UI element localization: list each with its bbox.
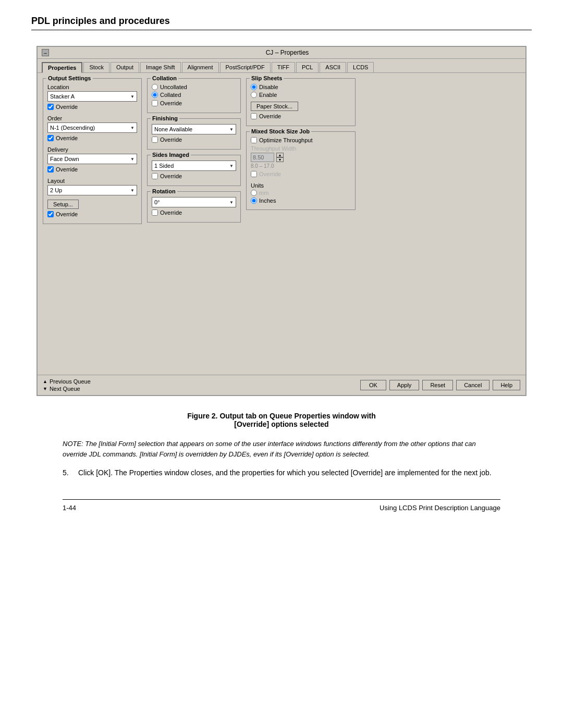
layout-label: Layout [47,178,137,184]
finishing-value: None Available [154,126,192,132]
rotation-group: Rotation 0° ▼ Override [147,191,241,223]
optimize-label: Optimize Throughput [259,137,313,143]
order-select[interactable]: N-1 (Descending) ▼ [47,122,137,133]
slip-sheets-override-checkbox[interactable] [251,113,257,119]
dialog-icon: – [42,49,49,56]
slip-sheets-label: Slip Sheets [250,75,284,81]
uncollated-label: Uncollated [160,84,187,90]
finishing-override-checkbox[interactable] [152,137,158,143]
paper-stock-button[interactable]: Paper Stock... [251,102,298,111]
sides-imaged-override-row: Override [152,173,236,179]
location-select[interactable]: Stacker A ▼ [47,91,137,102]
delivery-select[interactable]: Face Down ▼ [47,154,137,164]
help-button[interactable]: Help [493,380,520,390]
footer-right: Using LCDS Print Description Language [380,504,500,512]
dialog-titlebar: – CJ – Properties [38,47,525,59]
tab-output[interactable]: Output [111,62,139,72]
rotation-arrow-icon: ▼ [229,200,234,205]
delivery-override-label: Override [56,166,78,172]
mm-row: mm [251,190,351,196]
inches-label: Inches [259,198,276,204]
page-footer: 1-44 Using LCDS Print Description Langua… [63,499,500,512]
setup-button[interactable]: Setup... [47,200,79,209]
enable-radio[interactable] [251,92,257,98]
collated-radio-label: Collated [160,92,181,98]
finishing-select[interactable]: None Available ▼ [152,124,236,134]
rotation-override-row: Override [152,209,236,216]
order-override-row: Override [47,135,137,141]
sides-imaged-select[interactable]: 1 Sided ▼ [152,161,236,171]
tab-content: Output Settings Location Stacker A ▼ Ove… [38,72,525,375]
slip-sheets-override-label: Override [259,113,281,119]
page-title: PDL principles and procedures [31,16,532,30]
layout-arrow-icon: ▼ [130,188,134,193]
uncollated-radio[interactable] [152,84,158,90]
tab-properties[interactable]: Properties [42,62,82,73]
apply-button[interactable]: Apply [389,380,420,390]
reset-button[interactable]: Reset [422,380,453,390]
location-override-row: Override [47,104,137,110]
tab-pcl[interactable]: PCL [296,62,319,72]
layout-override-checkbox[interactable] [47,211,54,217]
collated-row: Collated [152,92,236,98]
delivery-label: Delivery [47,146,137,153]
rotation-select[interactable]: 0° ▼ [152,197,236,207]
tab-postscript-pdf[interactable]: PostScript/PDF [220,62,271,72]
layout-select[interactable]: 2 Up ▼ [47,185,137,195]
dialog-buttons: OK Apply Reset Cancel Help [360,380,520,390]
delivery-value: Face Down [50,156,79,162]
sides-imaged-group: Sides Imaged 1 Sided ▼ Override [147,155,241,186]
inches-radio[interactable] [251,198,257,204]
spinner-up-button[interactable]: ▲ [276,153,284,157]
finishing-arrow-icon: ▼ [229,127,234,132]
rotation-override-checkbox[interactable] [152,209,158,216]
sides-imaged-override-checkbox[interactable] [152,173,158,179]
tab-alignment[interactable]: Alignment [182,62,219,72]
collated-radio[interactable] [152,92,158,98]
tab-bar: Properties Stock Output Image Shift Alig… [38,59,525,72]
next-queue-button[interactable]: ▼ Next Queue [43,386,91,392]
throughput-field: ▲ ▼ [251,153,351,162]
prev-queue-button[interactable]: ▲ Previous Queue [43,378,91,385]
collation-override-row: Override [152,100,236,106]
optimize-checkbox[interactable] [251,137,257,143]
tab-image-shift[interactable]: Image Shift [140,62,181,72]
footer-left: 1-44 [63,504,76,512]
location-label: Location [47,84,137,90]
tab-stock[interactable]: Stock [83,62,109,72]
prev-queue-label: Previous Queue [50,378,91,385]
layout-override-row: Override [47,211,137,217]
order-override-label: Override [56,135,78,141]
collation-override-checkbox[interactable] [152,100,158,106]
throughput-width-label: Throughput Width [251,145,351,152]
mm-radio[interactable] [251,190,257,196]
collation-override-label: Override [160,100,182,106]
throughput-input[interactable] [251,153,274,162]
location-override-checkbox[interactable] [47,104,54,110]
tab-lcds[interactable]: LCDS [347,62,374,72]
disable-radio[interactable] [251,84,257,90]
inches-row: Inches [251,198,351,204]
layout-value: 2 Up [50,187,62,193]
tab-tiff[interactable]: TIFF [272,62,295,72]
sides-imaged-label: Sides Imaged [151,152,191,158]
order-label: Order [47,115,137,121]
output-settings-column: Output Settings Location Stacker A ▼ Ove… [43,78,142,229]
sides-imaged-value: 1 Sided [154,163,174,169]
step-number: 5. [63,467,73,478]
layout-override-label: Override [56,211,78,217]
order-override-checkbox[interactable] [47,135,54,141]
figure-caption-line2: [Override] options selected [99,420,464,428]
delivery-override-checkbox[interactable] [47,166,54,172]
ok-button[interactable]: OK [360,380,386,390]
mixed-stock-override-checkbox[interactable] [251,171,257,177]
mixed-stock-override-label: Override [259,171,281,177]
tab-ascii[interactable]: ASCII [320,62,346,72]
note-text: NOTE: The [Initial Form] selection that … [63,439,500,459]
collation-column: Collation Uncollated Collated [147,78,241,228]
spinner-down-button[interactable]: ▼ [276,157,284,162]
finishing-label: Finishing [151,115,179,121]
sides-imaged-override-label: Override [160,173,182,179]
location-value: Stacker A [50,93,75,100]
cancel-button[interactable]: Cancel [456,380,489,390]
